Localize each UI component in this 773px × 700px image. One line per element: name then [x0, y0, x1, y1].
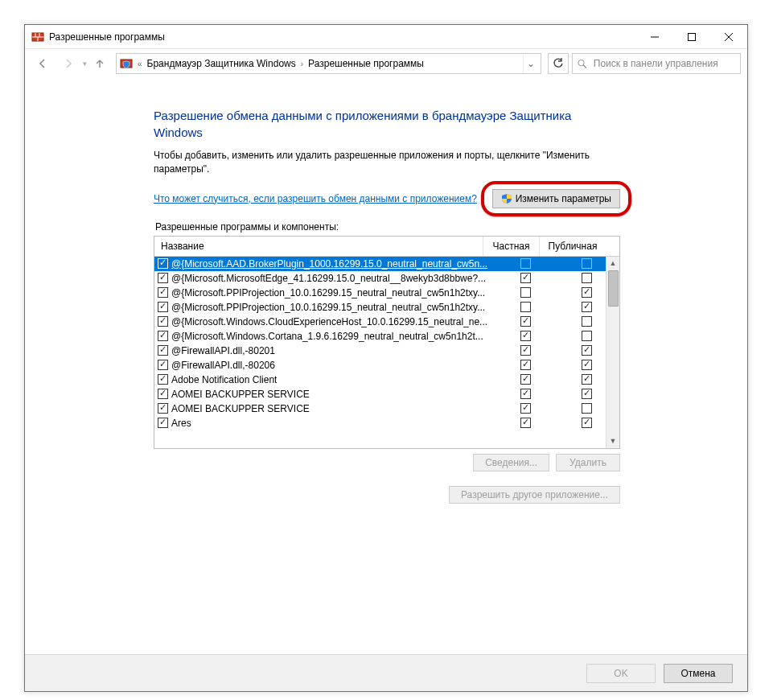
recent-dropdown-icon[interactable]: ▾	[83, 60, 87, 68]
search-field[interactable]	[592, 57, 735, 70]
column-header-public[interactable]: Публичная	[540, 237, 606, 256]
public-checkbox[interactable]	[582, 418, 592, 428]
public-checkbox[interactable]	[582, 287, 592, 298]
breadcrumb-sep-icon: «	[138, 60, 142, 68]
table-row[interactable]: @{Microsoft.PPIProjection_10.0.16299.15_…	[154, 300, 619, 315]
private-checkbox[interactable]	[520, 273, 531, 283]
change-settings-button[interactable]: Изменить параметры	[492, 189, 620, 208]
scroll-thumb[interactable]	[608, 270, 619, 307]
svg-line-11	[583, 64, 586, 68]
private-checkbox[interactable]	[520, 331, 531, 341]
dialog-button-bar: OK Отмена	[25, 654, 747, 691]
app-name-text: @{Microsoft.AAD.BrokerPlugin_1000.16299.…	[171, 258, 487, 270]
enable-checkbox[interactable]	[158, 418, 168, 428]
up-button[interactable]	[90, 52, 109, 75]
app-name-text: @FirewallAPI.dll,-80201	[171, 345, 275, 356]
uac-shield-icon	[501, 193, 512, 204]
maximize-button[interactable]	[673, 25, 710, 49]
close-button[interactable]	[710, 25, 747, 49]
change-settings-label: Изменить параметры	[516, 193, 611, 204]
private-checkbox[interactable]	[520, 360, 531, 370]
app-name-text: @FirewallAPI.dll,-80206	[171, 360, 275, 371]
enable-checkbox[interactable]	[158, 360, 168, 370]
private-checkbox[interactable]	[520, 316, 531, 327]
search-input[interactable]	[572, 53, 741, 74]
app-name-text: Ares	[171, 418, 191, 429]
enable-checkbox[interactable]	[158, 316, 168, 327]
enable-checkbox[interactable]	[158, 287, 168, 298]
app-name-text: @{Microsoft.Windows.Cortana_1.9.6.16299_…	[171, 331, 483, 342]
enable-checkbox[interactable]	[158, 258, 168, 269]
enable-checkbox[interactable]	[158, 345, 168, 356]
table-row[interactable]: @{Microsoft.Windows.CloudExperienceHost_…	[154, 315, 619, 329]
scroll-up-icon[interactable]: ▲	[606, 257, 619, 270]
enable-checkbox[interactable]	[158, 273, 168, 283]
enable-checkbox[interactable]	[158, 331, 168, 341]
public-checkbox[interactable]	[582, 345, 592, 356]
app-name-text: Adobe Notification Client	[171, 374, 277, 385]
private-checkbox[interactable]	[520, 287, 531, 298]
private-checkbox[interactable]	[520, 302, 531, 312]
app-name-text: @{Microsoft.PPIProjection_10.0.16299.15_…	[171, 302, 485, 313]
table-row[interactable]: Adobe Notification Client	[154, 373, 619, 387]
table-row[interactable]: AOMEI BACKUPPER SERVICE	[154, 401, 619, 416]
enable-checkbox[interactable]	[158, 374, 168, 385]
table-row[interactable]: @{Microsoft.MicrosoftEdge_41.16299.15.0_…	[154, 271, 619, 286]
back-button[interactable]	[31, 52, 54, 75]
public-checkbox[interactable]	[582, 403, 592, 414]
enable-checkbox[interactable]	[158, 389, 168, 399]
scroll-down-icon[interactable]: ▼	[606, 434, 619, 448]
private-checkbox[interactable]	[520, 374, 531, 385]
allow-another-app-button[interactable]: Разрешить другое приложение...	[449, 486, 620, 504]
enable-checkbox[interactable]	[158, 403, 168, 414]
table-row[interactable]: AOMEI BACKUPPER SERVICE	[154, 387, 619, 401]
breadcrumb-dropdown-icon[interactable]: ⌄	[523, 54, 537, 73]
navbar: ▾ « Брандмауэр Защитника Windows › Разре…	[25, 49, 747, 78]
table-row[interactable]: @FirewallAPI.dll,-80206	[154, 358, 619, 373]
refresh-button[interactable]	[548, 53, 569, 74]
breadcrumb-item[interactable]: Брандмауэр Защитника Windows	[144, 58, 299, 69]
private-checkbox[interactable]	[520, 345, 531, 356]
table-row[interactable]: @FirewallAPI.dll,-80201	[154, 344, 619, 358]
search-icon	[578, 59, 587, 69]
table-row[interactable]: @{Microsoft.Windows.Cortana_1.9.6.16299_…	[154, 329, 619, 344]
remove-button[interactable]: Удалить	[556, 454, 620, 471]
private-checkbox[interactable]	[520, 403, 531, 414]
public-checkbox[interactable]	[582, 374, 592, 385]
public-checkbox[interactable]	[582, 331, 592, 341]
table-row[interactable]: @{Microsoft.AAD.BrokerPlugin_1000.16299.…	[154, 257, 619, 271]
enable-checkbox[interactable]	[158, 302, 168, 312]
window-title: Разрешенные программы	[49, 31, 636, 43]
chevron-right-icon: ›	[301, 60, 303, 68]
table-row[interactable]: @{Microsoft.PPIProjection_10.0.16299.15_…	[154, 286, 619, 300]
public-checkbox[interactable]	[582, 316, 592, 327]
table-row[interactable]: Ares	[154, 416, 619, 430]
public-checkbox[interactable]	[582, 302, 592, 312]
svg-rect-6	[689, 33, 696, 40]
ok-button[interactable]: OK	[586, 664, 656, 683]
public-checkbox[interactable]	[582, 389, 592, 399]
column-header-private[interactable]: Частная	[483, 237, 540, 256]
breadcrumb[interactable]: « Брандмауэр Защитника Windows › Разреше…	[116, 53, 541, 74]
app-name-text: @{Microsoft.MicrosoftEdge_41.16299.15.0_…	[171, 273, 486, 284]
public-checkbox[interactable]	[582, 258, 592, 269]
app-name-text: @{Microsoft.PPIProjection_10.0.16299.15_…	[171, 287, 485, 299]
minimize-button[interactable]	[636, 25, 673, 49]
scrollbar[interactable]: ▲ ▼	[606, 257, 619, 448]
column-header-name[interactable]: Название	[154, 237, 483, 256]
forward-button[interactable]	[57, 52, 80, 75]
private-checkbox[interactable]	[520, 258, 531, 269]
private-checkbox[interactable]	[520, 418, 531, 428]
breadcrumb-item[interactable]: Разрешенные программы	[305, 58, 427, 69]
list-header: Название Частная Публичная	[154, 237, 619, 257]
cancel-button[interactable]: Отмена	[664, 664, 733, 683]
public-checkbox[interactable]	[582, 273, 592, 283]
details-button[interactable]: Сведения...	[473, 454, 549, 471]
private-checkbox[interactable]	[520, 389, 531, 399]
window-frame: Разрешенные программы ▾ « Брандмауэр Защ…	[24, 24, 748, 692]
allowed-apps-list: Название Частная Публичная @{Microsoft.A…	[154, 236, 620, 449]
public-checkbox[interactable]	[582, 360, 592, 370]
app-name-text: AOMEI BACKUPPER SERVICE	[171, 403, 310, 414]
risk-help-link[interactable]: Что может случиться, если разрешить обме…	[154, 193, 477, 204]
content-pane: Разрешение обмена данными с приложениями…	[25, 78, 747, 654]
